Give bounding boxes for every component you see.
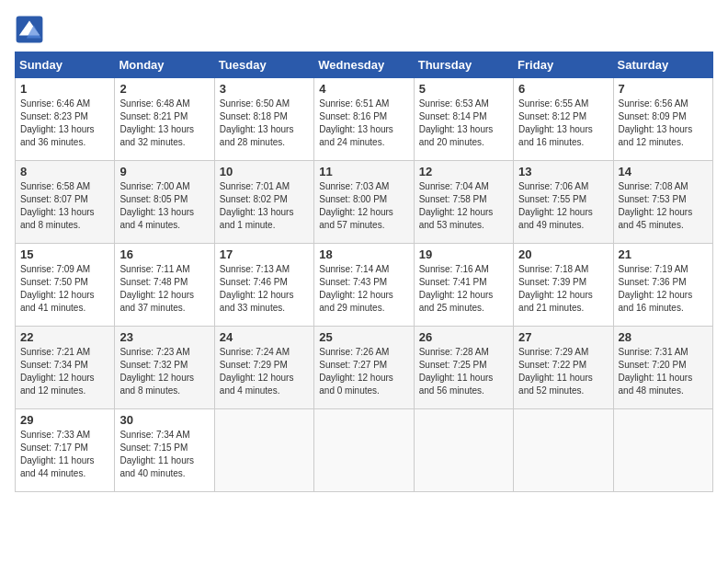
calendar-cell: 15 Sunrise: 7:09 AMSunset: 7:50 PMDaylig… — [16, 244, 115, 327]
day-info: Sunrise: 7:00 AMSunset: 8:05 PMDaylight:… — [119, 181, 194, 230]
day-info: Sunrise: 6:46 AMSunset: 8:23 PMDaylight:… — [20, 98, 95, 147]
weekday-header: Sunday — [16, 52, 115, 78]
page-header — [15, 15, 713, 44]
day-info: Sunrise: 7:24 AMSunset: 7:29 PMDaylight:… — [220, 347, 294, 396]
day-info: Sunrise: 7:11 AMSunset: 7:48 PMDaylight:… — [119, 264, 194, 313]
day-number: 13 — [518, 165, 608, 178]
day-info: Sunrise: 6:58 AMSunset: 8:07 PMDaylight:… — [20, 181, 95, 230]
day-info: Sunrise: 7:28 AMSunset: 7:25 PMDaylight:… — [419, 347, 494, 396]
calendar-cell — [613, 409, 712, 492]
day-number: 21 — [619, 247, 708, 261]
day-info: Sunrise: 6:56 AMSunset: 8:09 PMDaylight:… — [619, 98, 693, 147]
day-number: 7 — [619, 82, 708, 96]
day-number: 29 — [20, 413, 109, 427]
weekday-header: Wednesday — [314, 52, 414, 78]
calendar-cell — [314, 409, 414, 492]
day-number: 27 — [518, 330, 608, 344]
calendar-cell: 16 Sunrise: 7:11 AMSunset: 7:48 PMDaylig… — [115, 244, 214, 327]
logo — [15, 15, 48, 44]
calendar-cell: 4 Sunrise: 6:51 AMSunset: 8:16 PMDayligh… — [314, 78, 414, 161]
calendar-cell: 9 Sunrise: 7:00 AMSunset: 8:05 PMDayligh… — [115, 161, 214, 244]
day-info: Sunrise: 7:18 AMSunset: 7:39 PMDaylight:… — [518, 264, 593, 313]
day-info: Sunrise: 7:14 AMSunset: 7:43 PMDaylight:… — [319, 264, 393, 313]
weekday-header: Thursday — [414, 52, 513, 78]
day-number: 15 — [20, 247, 109, 261]
day-info: Sunrise: 6:55 AMSunset: 8:12 PMDaylight:… — [518, 98, 593, 147]
calendar-cell: 6 Sunrise: 6:55 AMSunset: 8:12 PMDayligh… — [514, 78, 613, 161]
calendar-cell: 23 Sunrise: 7:23 AMSunset: 7:32 PMDaylig… — [115, 327, 214, 409]
day-info: Sunrise: 7:06 AMSunset: 7:55 PMDaylight:… — [518, 181, 593, 230]
day-info: Sunrise: 6:53 AMSunset: 8:14 PMDaylight:… — [419, 98, 494, 147]
calendar-cell: 30 Sunrise: 7:34 AMSunset: 7:15 PMDaylig… — [115, 409, 214, 492]
day-number: 30 — [119, 413, 209, 427]
day-info: Sunrise: 7:34 AMSunset: 7:15 PMDaylight:… — [119, 430, 194, 478]
day-number: 9 — [119, 165, 209, 178]
day-info: Sunrise: 7:08 AMSunset: 7:53 PMDaylight:… — [619, 181, 693, 230]
calendar-cell: 5 Sunrise: 6:53 AMSunset: 8:14 PMDayligh… — [414, 78, 513, 161]
calendar-cell: 13 Sunrise: 7:06 AMSunset: 7:55 PMDaylig… — [514, 161, 613, 244]
day-info: Sunrise: 6:51 AMSunset: 8:16 PMDaylight:… — [319, 98, 393, 147]
calendar-cell — [214, 409, 313, 492]
calendar-cell: 7 Sunrise: 6:56 AMSunset: 8:09 PMDayligh… — [613, 78, 712, 161]
day-number: 23 — [119, 330, 209, 344]
day-info: Sunrise: 7:09 AMSunset: 7:50 PMDaylight:… — [20, 264, 95, 313]
day-number: 12 — [419, 165, 508, 178]
day-number: 20 — [518, 247, 608, 261]
calendar-cell: 24 Sunrise: 7:24 AMSunset: 7:29 PMDaylig… — [214, 327, 313, 409]
calendar-cell: 22 Sunrise: 7:21 AMSunset: 7:34 PMDaylig… — [16, 327, 115, 409]
calendar-cell: 20 Sunrise: 7:18 AMSunset: 7:39 PMDaylig… — [514, 244, 613, 327]
calendar-cell: 1 Sunrise: 6:46 AMSunset: 8:23 PMDayligh… — [16, 78, 115, 161]
calendar-cell: 29 Sunrise: 7:33 AMSunset: 7:17 PMDaylig… — [16, 409, 115, 492]
day-number: 8 — [20, 165, 109, 178]
weekday-header: Tuesday — [214, 52, 313, 78]
calendar-cell: 19 Sunrise: 7:16 AMSunset: 7:41 PMDaylig… — [414, 244, 513, 327]
day-number: 17 — [220, 247, 309, 261]
calendar-cell: 10 Sunrise: 7:01 AMSunset: 8:02 PMDaylig… — [214, 161, 313, 244]
calendar-cell: 28 Sunrise: 7:31 AMSunset: 7:20 PMDaylig… — [613, 327, 712, 409]
day-info: Sunrise: 7:13 AMSunset: 7:46 PMDaylight:… — [220, 264, 294, 313]
calendar-cell: 11 Sunrise: 7:03 AMSunset: 8:00 PMDaylig… — [314, 161, 414, 244]
day-info: Sunrise: 7:33 AMSunset: 7:17 PMDaylight:… — [20, 430, 95, 478]
day-number: 28 — [619, 330, 708, 344]
day-info: Sunrise: 7:01 AMSunset: 8:02 PMDaylight:… — [220, 181, 294, 230]
day-info: Sunrise: 7:16 AMSunset: 7:41 PMDaylight:… — [419, 264, 494, 313]
day-info: Sunrise: 7:29 AMSunset: 7:22 PMDaylight:… — [518, 347, 593, 396]
calendar-cell — [514, 409, 613, 492]
day-number: 26 — [419, 330, 508, 344]
day-info: Sunrise: 7:19 AMSunset: 7:36 PMDaylight:… — [619, 264, 693, 313]
calendar-cell — [414, 409, 513, 492]
day-number: 4 — [319, 82, 408, 96]
calendar-table: SundayMondayTuesdayWednesdayThursdayFrid… — [15, 52, 713, 492]
weekday-header: Monday — [115, 52, 214, 78]
day-info: Sunrise: 6:48 AMSunset: 8:21 PMDaylight:… — [119, 98, 194, 147]
calendar-cell: 21 Sunrise: 7:19 AMSunset: 7:36 PMDaylig… — [613, 244, 712, 327]
day-info: Sunrise: 7:03 AMSunset: 8:00 PMDaylight:… — [319, 181, 393, 230]
day-number: 2 — [119, 82, 209, 96]
day-info: Sunrise: 7:23 AMSunset: 7:32 PMDaylight:… — [119, 347, 194, 396]
day-info: Sunrise: 6:50 AMSunset: 8:18 PMDaylight:… — [220, 98, 294, 147]
day-number: 18 — [319, 247, 408, 261]
day-number: 25 — [319, 330, 408, 344]
day-info: Sunrise: 7:26 AMSunset: 7:27 PMDaylight:… — [319, 347, 393, 396]
day-number: 14 — [619, 165, 708, 178]
calendar-cell: 12 Sunrise: 7:04 AMSunset: 7:58 PMDaylig… — [414, 161, 513, 244]
day-info: Sunrise: 7:31 AMSunset: 7:20 PMDaylight:… — [619, 347, 693, 396]
day-info: Sunrise: 7:04 AMSunset: 7:58 PMDaylight:… — [419, 181, 494, 230]
calendar-cell: 18 Sunrise: 7:14 AMSunset: 7:43 PMDaylig… — [314, 244, 414, 327]
day-number: 22 — [20, 330, 109, 344]
calendar-cell: 14 Sunrise: 7:08 AMSunset: 7:53 PMDaylig… — [613, 161, 712, 244]
day-number: 10 — [220, 165, 309, 178]
calendar-cell: 17 Sunrise: 7:13 AMSunset: 7:46 PMDaylig… — [214, 244, 313, 327]
day-number: 24 — [220, 330, 309, 344]
day-number: 16 — [119, 247, 209, 261]
day-number: 19 — [419, 247, 508, 261]
logo-icon — [15, 15, 44, 44]
day-number: 11 — [319, 165, 408, 178]
weekday-header: Friday — [514, 52, 613, 78]
day-number: 5 — [419, 82, 508, 96]
day-number: 1 — [20, 82, 109, 96]
calendar-cell: 2 Sunrise: 6:48 AMSunset: 8:21 PMDayligh… — [115, 78, 214, 161]
day-number: 6 — [518, 82, 608, 96]
calendar-cell: 27 Sunrise: 7:29 AMSunset: 7:22 PMDaylig… — [514, 327, 613, 409]
weekday-header: Saturday — [613, 52, 712, 78]
